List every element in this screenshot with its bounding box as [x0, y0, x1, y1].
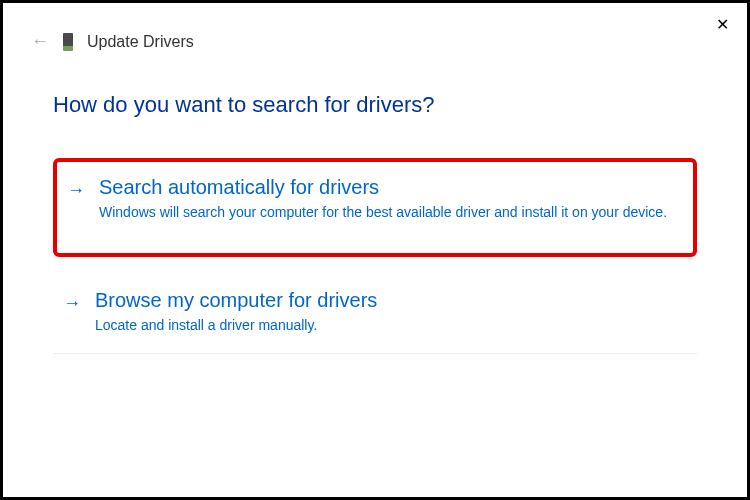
- option-content: Browse my computer for drivers Locate an…: [95, 289, 677, 336]
- arrow-right-icon: →: [67, 180, 85, 201]
- back-arrow-icon[interactable]: ←: [31, 31, 49, 52]
- device-icon: [63, 33, 73, 51]
- option-description: Windows will search your computer for th…: [99, 203, 673, 223]
- page-heading: How do you want to search for drivers?: [53, 92, 697, 118]
- option-title: Search automatically for drivers: [99, 176, 673, 199]
- close-icon[interactable]: ✕: [716, 15, 729, 34]
- option-title: Browse my computer for drivers: [95, 289, 677, 312]
- option-browse-computer[interactable]: → Browse my computer for drivers Locate …: [53, 275, 697, 355]
- window-title: Update Drivers: [87, 33, 194, 51]
- option-description: Locate and install a driver manually.: [95, 316, 677, 336]
- option-search-automatically[interactable]: → Search automatically for drivers Windo…: [53, 158, 697, 257]
- arrow-right-icon: →: [63, 293, 81, 314]
- option-content: Search automatically for drivers Windows…: [99, 176, 673, 223]
- content-area: How do you want to search for drivers? →…: [3, 52, 747, 354]
- window-header: ← Update Drivers: [3, 3, 747, 52]
